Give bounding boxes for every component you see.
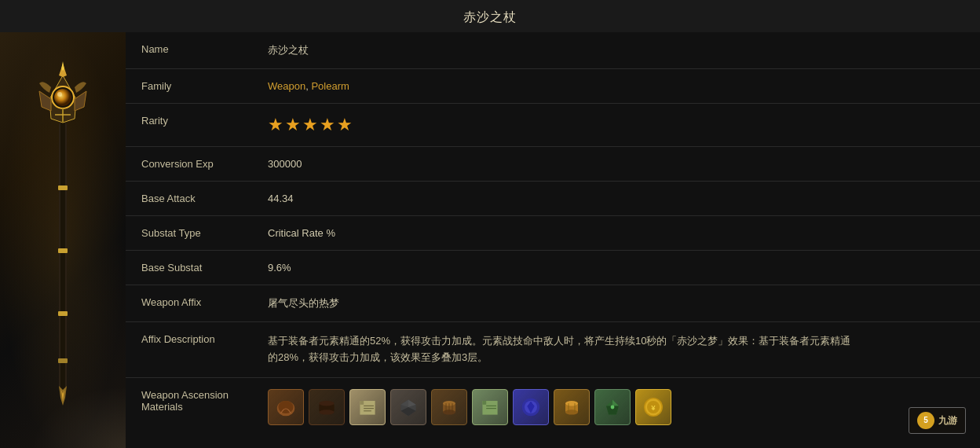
- svg-point-22: [319, 401, 334, 406]
- value-rarity: ★★★★★: [255, 104, 980, 147]
- row-affix-description: Affix Description 基于装备者元素精通的52%，获得攻击力加成。…: [126, 322, 980, 378]
- material-icon-2: [349, 389, 386, 425]
- material-icon-8: [594, 389, 631, 425]
- value-affix-description: 基于装备者元素精通的52%，获得攻击力加成。元素战技命中敌人时，将产生持续10秒…: [255, 322, 980, 378]
- svg-point-55: [611, 405, 615, 409]
- svg-text:¥: ¥: [651, 403, 656, 412]
- label-name: Name: [126, 32, 255, 69]
- weapon-image: [27, 60, 98, 421]
- svg-point-12: [57, 92, 62, 97]
- corner-logo: 5 九游: [909, 407, 966, 434]
- svg-marker-13: [39, 91, 51, 111]
- value-substat-type: Critical Rate %: [255, 216, 980, 251]
- svg-point-11: [54, 89, 71, 106]
- row-name: Name 赤沙之杖: [126, 32, 980, 69]
- label-rarity: Rarity: [126, 104, 255, 147]
- material-icon-6: [513, 389, 549, 425]
- svg-point-48: [565, 401, 578, 406]
- page-title: 赤沙之杖: [0, 0, 980, 32]
- label-materials: Weapon Ascension Materials: [126, 377, 255, 436]
- value-name: 赤沙之杖: [255, 32, 980, 69]
- material-icon-7: [554, 389, 590, 425]
- value-materials: ¥: [255, 377, 980, 436]
- row-family: Family Weapon, Polearm: [126, 69, 980, 104]
- family-weapon-link[interactable]: Weapon: [268, 80, 305, 92]
- svg-point-20: [278, 401, 293, 413]
- value-conversion-exp: 300000: [255, 147, 980, 182]
- label-base-substat: Base Substat: [126, 251, 255, 285]
- svg-rect-2: [58, 185, 68, 190]
- logo-text: 九游: [938, 414, 957, 428]
- value-base-substat: 9.6%: [255, 251, 980, 285]
- label-affix-description: Affix Description: [126, 322, 255, 378]
- svg-rect-3: [58, 248, 68, 253]
- row-base-attack: Base Attack 44.34: [126, 182, 980, 216]
- weapon-image-panel: [0, 32, 126, 448]
- svg-point-23: [319, 409, 334, 414]
- affix-description-text: 基于装备者元素精通的52%，获得攻击力加成。元素战技命中敌人时，将产生持续10秒…: [268, 333, 857, 366]
- label-weapon-affix: Weapon Affix: [126, 285, 255, 322]
- info-panel: Name 赤沙之杖 Family Weapon, Polearm Rarity …: [126, 32, 980, 448]
- svg-marker-40: [482, 401, 486, 405]
- svg-marker-16: [61, 61, 64, 71]
- row-rarity: Rarity ★★★★★: [126, 104, 980, 147]
- logo-icon: 5: [917, 412, 934, 429]
- main-container: Name 赤沙之杖 Family Weapon, Polearm Rarity …: [0, 32, 980, 448]
- row-conversion-exp: Conversion Exp 300000: [126, 147, 980, 182]
- material-icon-9: ¥: [635, 389, 671, 425]
- svg-marker-14: [75, 91, 86, 111]
- material-icon-4: [431, 389, 467, 425]
- rarity-stars: ★★★★★: [268, 115, 354, 134]
- svg-rect-1: [60, 123, 65, 390]
- family-polearm-link[interactable]: Polearm: [311, 80, 349, 92]
- material-icon-3: [390, 389, 426, 425]
- label-base-attack: Base Attack: [126, 182, 255, 216]
- info-table: Name 赤沙之杖 Family Weapon, Polearm Rarity …: [126, 32, 980, 436]
- label-family: Family: [126, 69, 255, 104]
- value-family[interactable]: Weapon, Polearm: [255, 69, 980, 104]
- value-weapon-affix: 屠气尽头的热梦: [255, 285, 980, 322]
- row-weapon-affix: Weapon Affix 屠气尽头的热梦: [126, 285, 980, 322]
- row-base-substat: Base Substat 9.6%: [126, 251, 980, 285]
- svg-rect-4: [58, 311, 68, 316]
- svg-rect-5: [58, 358, 68, 363]
- material-icon-5: [472, 389, 508, 425]
- value-base-attack: 44.34: [255, 182, 980, 216]
- label-substat-type: Substat Type: [126, 216, 255, 251]
- svg-marker-25: [360, 401, 364, 405]
- row-substat-type: Substat Type Critical Rate %: [126, 216, 980, 251]
- material-icon-0: [268, 389, 304, 425]
- svg-point-49: [565, 409, 578, 414]
- label-conversion-exp: Conversion Exp: [126, 147, 255, 182]
- row-materials: Weapon Ascension Materials ¥: [126, 377, 980, 436]
- svg-marker-53: [612, 399, 619, 406]
- material-icon-1: [309, 389, 345, 425]
- materials-list: ¥: [268, 389, 967, 425]
